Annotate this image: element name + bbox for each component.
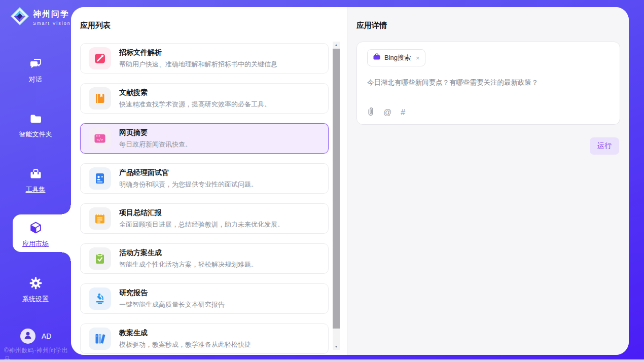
app-card-title: 教案生成 (119, 329, 251, 338)
folder-icon (29, 112, 43, 127)
app-card[interactable]: 产品经理面试官 明确身份和职责，为您提供专业性的面试问题。 (80, 163, 329, 194)
avatar (20, 329, 35, 344)
query-card[interactable]: Bing搜索 × 今日湖北有哪些新闻要点？有哪些需要关注的最新政策？ @ # (356, 42, 620, 125)
briefcase-icon (373, 53, 381, 63)
app-card-title: 项目总结汇报 (119, 208, 284, 218)
app-card-description: 模板驱动，教案秒成，教学准备从此轻松快捷 (119, 340, 251, 349)
sidebar-item-settings[interactable]: 系统设置 (0, 276, 71, 304)
app-list-title: 应用列表 (80, 21, 111, 30)
svg-text:</>: </> (97, 138, 103, 142)
brand-logo: 神州问学 Smart Vision (10, 7, 71, 28)
app-card[interactable]: 项目总结汇报 全面回顾项目进展，总结经验教训，助力未来优化发展。 (80, 203, 329, 234)
bottom-edge-strip (0, 359, 644, 362)
attachment-toolbar: @ # (367, 107, 405, 118)
app-card-description: 快速精准查找学术资源，提高研究效率的必备工具。 (119, 100, 271, 109)
resume-icon (89, 167, 111, 190)
app-card-title: 产品经理面试官 (119, 168, 258, 177)
app-detail-title: 应用详情 (356, 21, 387, 30)
brand-tagline: Smart Vision (33, 21, 71, 26)
gear-icon (29, 276, 43, 292)
app-card-title: 招标文件解析 (119, 48, 277, 57)
brand-diamond-icon (10, 7, 29, 28)
cube-icon (29, 221, 43, 237)
app-card[interactable]: 研究报告 一键智能生成高质量长文本研究报告 (80, 283, 329, 314)
query-text[interactable]: 今日湖北有哪些新闻要点？有哪些需要关注的最新政策？ (367, 78, 610, 88)
sidebar-item-label: 工具集 (0, 185, 71, 194)
sidebar-item-chat[interactable]: 对话 (0, 57, 71, 84)
app-card-selected[interactable]: </> 网页摘要 每日政府新闻资讯快查。 (80, 123, 329, 154)
app-card[interactable]: 文献搜索 快速精准查找学术资源，提高研究效率的必备工具。 (80, 83, 329, 114)
app-card-title: 文献搜索 (119, 88, 271, 97)
app-card-title: 网页摘要 (119, 128, 192, 137)
tool-tag-bing-search[interactable]: Bing搜索 × (367, 49, 425, 66)
app-card-description: 明确身份和职责，为您提供专业性的面试问题。 (119, 180, 258, 189)
books-icon (89, 328, 111, 350)
hash-icon[interactable]: # (401, 108, 405, 117)
app-card-description: 每日政府新闻资讯快查。 (119, 140, 192, 149)
toolbox-icon (29, 167, 43, 183)
run-button[interactable]: 运行 (590, 137, 619, 155)
app-card-description: 帮助用户快速、准确地理解和解析招标书中的关键信息 (119, 60, 277, 69)
app-card[interactable]: 活动方案生成 智能生成个性化活动方案，轻松解决规划难题。 (80, 243, 329, 274)
sidebar-item-smart-folder[interactable]: 智能文件夹 (0, 112, 71, 139)
app-card[interactable]: 教案生成 模板驱动，教案秒成，教学准备从此轻松快捷 (80, 323, 329, 354)
chat-icon (29, 57, 43, 73)
app-card-title: 研究报告 (119, 288, 225, 298)
app-card[interactable]: 招标文件解析 帮助用户快速、准确地理解和解析招标书中的关键信息 (80, 43, 329, 74)
person-icon (23, 330, 33, 342)
edit-square-icon (89, 47, 111, 69)
sidebar-item-label: 应用市场 (0, 239, 71, 248)
book-icon (89, 87, 111, 110)
tool-tag-label: Bing搜索 (384, 53, 411, 62)
user-initials: AD (42, 332, 51, 340)
close-icon[interactable]: × (416, 55, 420, 61)
app-card-description: 一键智能生成高质量长文本研究报告 (119, 300, 225, 309)
browser-code-icon: </> (89, 127, 111, 150)
at-icon[interactable]: @ (383, 108, 391, 117)
scrollbar-up-button[interactable]: ▲ (333, 42, 340, 48)
sidebar-item-app-market[interactable]: 应用市场 (0, 221, 71, 248)
app-list-panel: 应用列表 招标文件解析 帮助用户快速、准确地理解和解析招标书中的关键信息 文献搜… (71, 7, 347, 355)
microscope-icon (89, 287, 111, 310)
main-content: 应用列表 招标文件解析 帮助用户快速、准确地理解和解析招标书中的关键信息 文献搜… (71, 7, 629, 355)
brand-name: 神州问学 (33, 10, 69, 18)
notepad-icon (89, 207, 111, 230)
app-card-title: 活动方案生成 (119, 248, 258, 258)
scrollbar[interactable]: ▲ ▼ (333, 42, 340, 350)
sidebar-item-label: 智能文件夹 (0, 130, 71, 139)
scrollbar-thumb[interactable] (333, 49, 340, 329)
app-card-list: 招标文件解析 帮助用户快速、准确地理解和解析招标书中的关键信息 文献搜索 快速精… (80, 43, 329, 355)
app-detail-panel: 应用详情 Bing搜索 × 今日湖北有哪些新闻要点？有哪些需要关注的最新政策？ (347, 7, 629, 355)
sidebar-item-label: 系统设置 (0, 295, 71, 304)
clipboard-check-icon (89, 247, 111, 270)
scrollbar-down-button[interactable]: ▼ (333, 343, 340, 350)
app-card-description: 全面回顾项目进展，总结经验教训，助力未来优化发展。 (119, 220, 284, 229)
sidebar-item-label: 对话 (0, 75, 71, 84)
user-account[interactable]: AD (20, 329, 51, 344)
sidebar: 神州问学 Smart Vision 对话 智能文件夹 (0, 0, 71, 362)
sidebar-item-toolset[interactable]: 工具集 (0, 167, 71, 194)
app-card-description: 智能生成个性化活动方案，轻松解决规划难题。 (119, 260, 258, 269)
paperclip-icon[interactable] (367, 107, 374, 118)
